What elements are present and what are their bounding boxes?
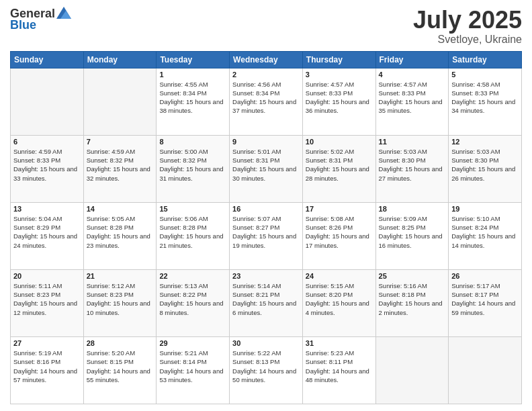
sunrise-text: Sunrise: 5:02 AM	[306, 147, 373, 156]
sunset-text: Sunset: 8:27 PM	[232, 223, 300, 232]
sunrise-text: Sunrise: 5:01 AM	[232, 147, 300, 156]
daylight-text: Daylight: 15 hours and 35 minutes.	[379, 97, 446, 116]
day-number: 2	[232, 71, 300, 79]
header-monday: Monday	[83, 51, 157, 68]
sunset-text: Sunset: 8:29 PM	[13, 223, 81, 232]
sunset-text: Sunset: 8:13 PM	[232, 357, 300, 366]
cell-info: Sunrise: 5:04 AM Sunset: 8:29 PM Dayligh…	[13, 214, 81, 250]
sunset-text: Sunset: 8:31 PM	[232, 156, 300, 165]
sunset-text: Sunset: 8:34 PM	[159, 89, 226, 97]
sunrise-text: Sunrise: 5:11 AM	[13, 281, 81, 290]
sunset-text: Sunset: 8:33 PM	[306, 89, 373, 97]
daylight-text: Daylight: 14 hours and 59 minutes.	[451, 299, 519, 317]
sunrise-text: Sunrise: 5:19 AM	[13, 349, 81, 357]
cell-info: Sunrise: 5:17 AM Sunset: 8:17 PM Dayligh…	[451, 281, 519, 317]
logo-blue: Blue	[10, 18, 36, 32]
cell-info: Sunrise: 5:22 AM Sunset: 8:13 PM Dayligh…	[232, 349, 300, 384]
daylight-text: Daylight: 15 hours and 30 minutes.	[232, 165, 300, 183]
calendar-cell: 8 Sunrise: 5:00 AM Sunset: 8:32 PM Dayli…	[157, 135, 230, 202]
day-number: 9	[232, 138, 300, 146]
daylight-text: Daylight: 15 hours and 38 minutes.	[159, 97, 226, 116]
sunrise-text: Sunrise: 5:05 AM	[87, 214, 154, 223]
daylight-text: Daylight: 14 hours and 55 minutes.	[87, 367, 154, 385]
cell-info: Sunrise: 5:16 AM Sunset: 8:18 PM Dayligh…	[379, 281, 446, 317]
calendar-cell: 19 Sunrise: 5:10 AM Sunset: 8:24 PM Dayl…	[449, 202, 522, 269]
daylight-text: Daylight: 15 hours and 4 minutes.	[306, 299, 373, 317]
sunset-text: Sunset: 8:25 PM	[379, 223, 446, 232]
calendar-cell: 10 Sunrise: 5:02 AM Sunset: 8:31 PM Dayl…	[302, 135, 375, 202]
cell-info: Sunrise: 4:56 AM Sunset: 8:34 PM Dayligh…	[232, 80, 300, 116]
cell-info: Sunrise: 4:57 AM Sunset: 8:33 PM Dayligh…	[379, 80, 446, 116]
day-number: 5	[451, 71, 519, 79]
daylight-text: Daylight: 15 hours and 34 minutes.	[451, 97, 519, 116]
location-title: Svetloye, Ukraine	[413, 34, 522, 46]
daylight-text: Daylight: 14 hours and 53 minutes.	[159, 367, 226, 385]
daylight-text: Daylight: 15 hours and 28 minutes.	[306, 165, 373, 183]
day-number: 22	[159, 272, 226, 280]
cell-info: Sunrise: 5:01 AM Sunset: 8:31 PM Dayligh…	[232, 147, 300, 183]
daylight-text: Daylight: 15 hours and 32 minutes.	[87, 165, 154, 183]
header-tuesday: Tuesday	[157, 51, 230, 68]
sunset-text: Sunset: 8:28 PM	[159, 223, 226, 232]
logo: General Blue	[10, 7, 71, 32]
calendar-cell: 20 Sunrise: 5:11 AM Sunset: 8:23 PM Dayl…	[11, 269, 84, 336]
month-title: July 2025	[413, 7, 522, 34]
calendar-table: Sunday Monday Tuesday Wednesday Thursday…	[10, 51, 522, 404]
sunset-text: Sunset: 8:33 PM	[13, 156, 81, 165]
sunset-text: Sunset: 8:30 PM	[379, 156, 446, 165]
cell-info: Sunrise: 5:06 AM Sunset: 8:28 PM Dayligh…	[159, 214, 226, 250]
daylight-text: Daylight: 15 hours and 10 minutes.	[87, 299, 154, 317]
calendar-cell: 13 Sunrise: 5:04 AM Sunset: 8:29 PM Dayl…	[11, 202, 84, 269]
cell-info: Sunrise: 4:59 AM Sunset: 8:33 PM Dayligh…	[13, 147, 81, 183]
daylight-text: Daylight: 15 hours and 31 minutes.	[159, 165, 226, 183]
header-sunday: Sunday	[11, 51, 84, 68]
cell-info: Sunrise: 4:59 AM Sunset: 8:32 PM Dayligh…	[87, 147, 154, 183]
day-number: 7	[87, 138, 154, 146]
sunrise-text: Sunrise: 5:15 AM	[306, 281, 373, 290]
daylight-text: Daylight: 14 hours and 48 minutes.	[306, 367, 373, 385]
day-number: 14	[87, 205, 154, 213]
daylight-text: Daylight: 15 hours and 19 minutes.	[232, 232, 300, 250]
calendar-cell: 1 Sunrise: 4:55 AM Sunset: 8:34 PM Dayli…	[157, 68, 230, 135]
page: General Blue July 2025 Svetloye, Ukraine…	[0, 0, 532, 411]
sunset-text: Sunset: 8:33 PM	[379, 89, 446, 97]
day-number: 13	[13, 205, 81, 213]
calendar-week-0: 1 Sunrise: 4:55 AM Sunset: 8:34 PM Dayli…	[11, 68, 522, 135]
header-wednesday: Wednesday	[230, 51, 303, 68]
sunrise-text: Sunrise: 5:16 AM	[379, 281, 446, 290]
cell-info: Sunrise: 5:05 AM Sunset: 8:28 PM Dayligh…	[87, 214, 154, 250]
calendar-cell	[449, 336, 522, 404]
sunset-text: Sunset: 8:20 PM	[306, 290, 373, 299]
sunset-text: Sunset: 8:22 PM	[159, 290, 226, 299]
cell-info: Sunrise: 5:07 AM Sunset: 8:27 PM Dayligh…	[232, 214, 300, 250]
calendar-cell: 11 Sunrise: 5:03 AM Sunset: 8:30 PM Dayl…	[375, 135, 449, 202]
calendar-cell: 6 Sunrise: 4:59 AM Sunset: 8:33 PM Dayli…	[11, 135, 84, 202]
sunrise-text: Sunrise: 5:20 AM	[87, 349, 154, 357]
sunset-text: Sunset: 8:31 PM	[306, 156, 373, 165]
sunset-text: Sunset: 8:33 PM	[451, 89, 519, 97]
day-number: 1	[159, 71, 226, 79]
sunrise-text: Sunrise: 5:06 AM	[159, 214, 226, 223]
calendar-week-3: 20 Sunrise: 5:11 AM Sunset: 8:23 PM Dayl…	[11, 269, 522, 336]
calendar-cell: 3 Sunrise: 4:57 AM Sunset: 8:33 PM Dayli…	[302, 68, 375, 135]
calendar-cell: 25 Sunrise: 5:16 AM Sunset: 8:18 PM Dayl…	[375, 269, 449, 336]
daylight-text: Daylight: 15 hours and 14 minutes.	[451, 232, 519, 250]
calendar-cell: 30 Sunrise: 5:22 AM Sunset: 8:13 PM Dayl…	[230, 336, 303, 404]
calendar-cell: 28 Sunrise: 5:20 AM Sunset: 8:15 PM Dayl…	[83, 336, 157, 404]
calendar-cell: 4 Sunrise: 4:57 AM Sunset: 8:33 PM Dayli…	[375, 68, 449, 135]
calendar-week-2: 13 Sunrise: 5:04 AM Sunset: 8:29 PM Dayl…	[11, 202, 522, 269]
title-block: July 2025 Svetloye, Ukraine	[413, 7, 522, 46]
sunrise-text: Sunrise: 5:04 AM	[13, 214, 81, 223]
cell-info: Sunrise: 5:15 AM Sunset: 8:20 PM Dayligh…	[306, 281, 373, 317]
logo-icon	[56, 7, 71, 19]
sunset-text: Sunset: 8:23 PM	[13, 290, 81, 299]
cell-info: Sunrise: 4:57 AM Sunset: 8:33 PM Dayligh…	[306, 80, 373, 116]
daylight-text: Daylight: 15 hours and 21 minutes.	[159, 232, 226, 250]
cell-info: Sunrise: 5:00 AM Sunset: 8:32 PM Dayligh…	[159, 147, 226, 183]
day-number: 12	[451, 138, 519, 146]
calendar-cell	[83, 68, 157, 135]
sunrise-text: Sunrise: 5:07 AM	[232, 214, 300, 223]
day-number: 29	[159, 339, 226, 347]
calendar-header-row: Sunday Monday Tuesday Wednesday Thursday…	[11, 51, 522, 68]
calendar-cell: 21 Sunrise: 5:12 AM Sunset: 8:23 PM Dayl…	[83, 269, 157, 336]
